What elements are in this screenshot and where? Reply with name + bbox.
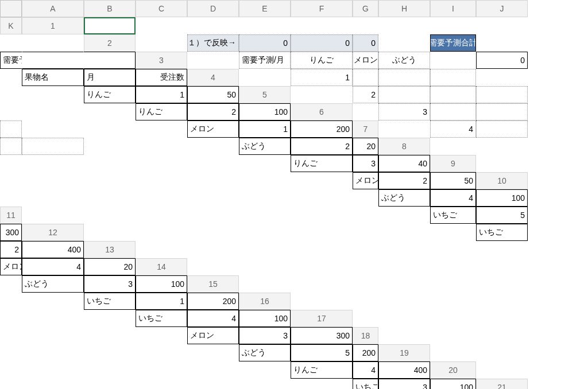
cell[interactable] <box>22 379 84 389</box>
cell[interactable] <box>430 344 476 361</box>
total-label[interactable]: 需要予測合計 <box>430 34 476 52</box>
cell[interactable] <box>476 155 528 172</box>
cell[interactable] <box>353 241 378 258</box>
cell[interactable] <box>378 17 430 34</box>
cell[interactable] <box>239 207 291 224</box>
cell[interactable] <box>353 17 378 34</box>
left-rownum-0[interactable]: 1 <box>291 69 353 86</box>
right-row-3-qty[interactable]: 20 <box>353 138 378 155</box>
cell[interactable] <box>187 258 239 275</box>
cell[interactable] <box>291 379 353 389</box>
cell[interactable] <box>430 310 476 327</box>
cell[interactable] <box>239 258 291 275</box>
cell[interactable] <box>22 293 84 310</box>
right-row-16-month[interactable]: 3 <box>378 379 430 389</box>
right-row-5-month[interactable]: 2 <box>378 172 430 189</box>
col-header-K[interactable]: K <box>0 17 22 34</box>
cell[interactable] <box>187 52 239 69</box>
cell[interactable] <box>84 172 136 189</box>
row-header-19[interactable]: 19 <box>378 344 430 361</box>
left-data-1-2[interactable] <box>476 86 528 103</box>
left-rownum-1[interactable]: 2 <box>353 86 378 103</box>
cell[interactable] <box>239 189 291 207</box>
cell[interactable] <box>476 361 528 379</box>
right-row-8-month[interactable]: 2 <box>0 241 22 258</box>
cell[interactable] <box>353 189 378 207</box>
right-row-16-qty[interactable]: 100 <box>430 379 476 389</box>
cell[interactable] <box>136 361 187 379</box>
cell[interactable] <box>22 310 84 327</box>
cell[interactable] <box>476 344 528 361</box>
select-all-corner[interactable] <box>0 0 22 17</box>
cell[interactable] <box>239 275 291 293</box>
cell[interactable] <box>378 120 430 138</box>
cell[interactable] <box>22 207 84 224</box>
right-row-9-month[interactable]: 4 <box>22 258 84 275</box>
cell[interactable] <box>84 103 136 120</box>
cell[interactable] <box>378 310 430 327</box>
cell[interactable] <box>291 258 353 275</box>
row-header-11[interactable]: 11 <box>0 207 22 224</box>
row-header-7[interactable]: 7 <box>353 120 378 138</box>
right-row-13-name[interactable]: メロン <box>187 327 239 344</box>
right-row-12-month[interactable]: 4 <box>187 310 239 327</box>
cell[interactable] <box>378 241 430 258</box>
cell[interactable] <box>187 155 239 172</box>
row-header-16[interactable]: 16 <box>239 293 291 310</box>
cell[interactable] <box>0 86 22 103</box>
row-header-6[interactable]: 6 <box>291 103 353 120</box>
right-row-7-qty[interactable]: 300 <box>0 224 22 241</box>
left-data-0-0[interactable] <box>353 69 378 86</box>
cell[interactable] <box>187 344 239 361</box>
cell[interactable] <box>430 138 476 155</box>
cell[interactable] <box>239 224 291 241</box>
reflect-val-0[interactable]: 0 <box>239 34 291 52</box>
cell[interactable] <box>239 17 291 34</box>
cell[interactable] <box>378 327 430 344</box>
left-data-2-2[interactable] <box>0 120 22 138</box>
row-header-12[interactable]: 12 <box>22 224 84 241</box>
cell[interactable] <box>378 258 430 275</box>
cell[interactable] <box>239 172 291 189</box>
total-value[interactable]: 0 <box>476 52 528 69</box>
row-header-14[interactable]: 14 <box>136 258 187 275</box>
cell[interactable] <box>0 379 22 389</box>
right-row-13-qty[interactable]: 300 <box>291 327 353 344</box>
cell[interactable] <box>0 103 22 120</box>
right-row-2-qty[interactable]: 200 <box>291 120 353 138</box>
col-header-E[interactable]: E <box>239 0 291 17</box>
row-header-8[interactable]: 8 <box>378 138 430 155</box>
cell[interactable] <box>353 310 378 327</box>
cell[interactable] <box>378 293 430 310</box>
right-row-1-month[interactable]: 2 <box>187 103 239 120</box>
right-row-10-name[interactable]: ぶどう <box>22 275 84 293</box>
right-row-9-name[interactable]: メロン <box>0 258 22 275</box>
right-row-2-name[interactable]: メロン <box>187 120 239 138</box>
cell[interactable] <box>136 34 187 52</box>
right-row-13-month[interactable]: 3 <box>239 327 291 344</box>
cell[interactable] <box>430 275 476 293</box>
right-row-1-name[interactable]: りんご <box>136 103 187 120</box>
cell[interactable] <box>0 172 22 189</box>
cell[interactable] <box>84 155 136 172</box>
cell[interactable] <box>476 258 528 275</box>
cell[interactable] <box>291 207 353 224</box>
cell[interactable] <box>136 344 187 361</box>
cell[interactable] <box>353 207 378 224</box>
right-row-10-month[interactable]: 3 <box>84 275 136 293</box>
cell[interactable] <box>187 17 239 34</box>
cell[interactable] <box>476 17 528 34</box>
right-row-15-name[interactable]: りんご <box>291 361 353 379</box>
cell[interactable] <box>239 379 291 389</box>
cell[interactable] <box>136 379 187 389</box>
cell[interactable] <box>430 241 476 258</box>
right-row-11-month[interactable]: 1 <box>136 293 187 310</box>
col-header-I[interactable]: I <box>430 0 476 17</box>
left-data-2-0[interactable] <box>430 103 476 120</box>
right-row-3-month[interactable]: 2 <box>291 138 353 155</box>
cell[interactable] <box>239 69 291 86</box>
cell[interactable] <box>353 103 378 120</box>
right-row-15-qty[interactable]: 400 <box>378 361 430 379</box>
right-row-5-name[interactable]: メロン <box>353 172 378 189</box>
cell[interactable] <box>84 189 136 207</box>
